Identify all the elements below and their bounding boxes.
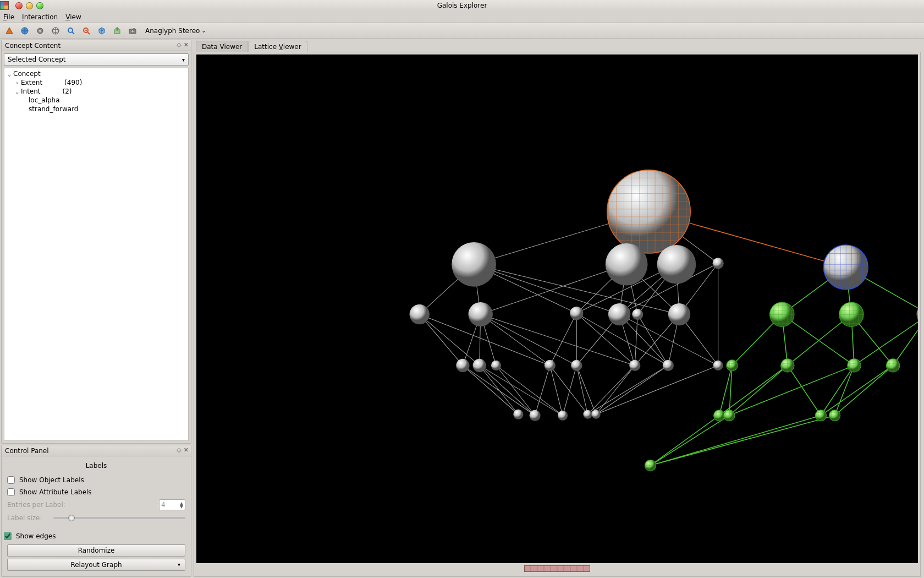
svg-point-111 xyxy=(469,302,493,326)
concept-content-panel: Concept Content ◇ ✕ Selected Concept ▾ ⌄… xyxy=(1,40,191,444)
tool-camera-icon[interactable] xyxy=(127,25,139,37)
svg-point-110 xyxy=(410,304,430,324)
menu-view[interactable]: View xyxy=(65,13,81,21)
tree-collapse-icon[interactable]: ⌄ xyxy=(6,70,13,78)
svg-point-150 xyxy=(829,410,840,421)
svg-line-96 xyxy=(821,366,893,416)
lattice-viewport[interactable] xyxy=(196,54,918,563)
tool-globe-icon[interactable] xyxy=(50,25,62,37)
svg-point-128 xyxy=(663,360,674,371)
svg-point-117 xyxy=(770,302,794,326)
svg-point-142 xyxy=(592,410,601,419)
svg-line-53 xyxy=(635,314,637,366)
selected-concept-dropdown[interactable]: Selected Concept ▾ xyxy=(4,53,189,66)
svg-line-87 xyxy=(893,314,918,366)
tool-cube-icon[interactable] xyxy=(96,25,108,37)
close-window-icon[interactable] xyxy=(15,2,23,9)
svg-line-36 xyxy=(420,314,463,366)
stereo-mode-label: Anaglyph Stereo xyxy=(145,27,200,35)
tree-leaf-loc-alpha[interactable]: loc_alpha xyxy=(29,96,60,104)
chevron-down-icon: ⌄ xyxy=(201,28,206,34)
tree-node-concept[interactable]: Concept xyxy=(13,70,41,78)
tab-data-viewer[interactable]: Data Viewer xyxy=(196,41,248,52)
spinner-arrows-icon[interactable]: ▴▾ xyxy=(180,501,183,508)
panel-close-icon[interactable]: ✕ xyxy=(184,41,189,49)
svg-line-98 xyxy=(651,416,719,466)
svg-point-109 xyxy=(823,245,868,290)
toolbar: Anaglyph Stereo ⌄ xyxy=(0,23,924,39)
chevron-down-icon: ▾ xyxy=(182,57,185,63)
svg-line-24 xyxy=(481,264,626,314)
svg-line-66 xyxy=(550,366,563,416)
svg-line-86 xyxy=(854,314,918,366)
titlebar: Galois Explorer xyxy=(0,0,924,11)
menubar: File Interaction View xyxy=(0,11,924,23)
tool-export-icon[interactable] xyxy=(111,25,123,37)
extent-count: (490) xyxy=(64,79,82,86)
viewport-frame xyxy=(194,52,921,577)
entries-per-label-spinner[interactable]: 4 ▴▾ xyxy=(159,499,185,510)
menu-interaction[interactable]: Interaction xyxy=(22,13,58,21)
panel-close-icon[interactable]: ✕ xyxy=(184,446,189,454)
concept-tree[interactable]: ⌄Concept ›Extent(490) ⌄Intent(2) loc_alp… xyxy=(4,68,189,441)
svg-point-144 xyxy=(714,410,725,421)
randomize-button[interactable]: Randomize xyxy=(7,544,185,557)
tree-node-extent[interactable]: Extent xyxy=(21,79,42,86)
chevron-down-icon: ▾ xyxy=(178,561,180,568)
panel-detach-icon[interactable]: ◇ xyxy=(177,446,181,454)
svg-point-114 xyxy=(632,309,643,320)
show-edges-checkbox[interactable]: Show edges xyxy=(4,530,185,542)
relayout-graph-button[interactable]: Relayout Graph ▾ xyxy=(7,559,185,571)
window-title: Galois Explorer xyxy=(0,2,924,9)
selected-concept-label: Selected Concept xyxy=(8,56,65,63)
svg-line-7 xyxy=(72,32,74,34)
svg-point-127 xyxy=(629,360,640,371)
menu-file[interactable]: File xyxy=(3,13,14,21)
show-object-labels-checkbox[interactable]: Show Object Labels xyxy=(7,474,185,486)
svg-line-91 xyxy=(729,366,788,416)
tool-zoom-reset-icon[interactable] xyxy=(80,25,92,37)
svg-point-137 xyxy=(886,359,899,372)
tree-node-intent[interactable]: Intent xyxy=(21,88,41,95)
svg-line-54 xyxy=(637,314,668,366)
svg-line-93 xyxy=(729,366,854,416)
svg-point-13 xyxy=(131,30,134,32)
tool-gear-icon[interactable] xyxy=(34,25,46,37)
svg-point-129 xyxy=(713,361,723,370)
control-panel: Control Panel ◇ ✕ Labels Show Object Lab… xyxy=(1,445,191,577)
svg-rect-14 xyxy=(133,28,135,29)
svg-point-138 xyxy=(513,410,523,419)
svg-point-133 xyxy=(781,359,794,372)
intent-count: (2) xyxy=(63,88,72,95)
concept-panel-title: Concept Content xyxy=(5,42,61,50)
svg-point-140 xyxy=(558,411,568,421)
svg-point-126 xyxy=(571,360,582,371)
show-object-labels-input[interactable] xyxy=(7,476,15,484)
maximize-window-icon[interactable] xyxy=(36,2,43,9)
svg-point-104 xyxy=(452,242,496,287)
label-size-slider[interactable] xyxy=(53,517,185,519)
tree-collapse-icon[interactable]: ⌄ xyxy=(13,88,21,95)
entries-per-label-text: Entries per Label: xyxy=(7,501,65,509)
svg-point-124 xyxy=(491,361,501,370)
tree-leaf-strand-forward[interactable]: strand_forward xyxy=(29,105,78,113)
stereo-mode-dropdown[interactable]: Anaglyph Stereo ⌄ xyxy=(145,27,206,35)
show-edges-input[interactable] xyxy=(4,532,12,540)
tool-cone-icon[interactable] xyxy=(3,25,15,37)
svg-point-113 xyxy=(608,303,630,325)
tab-lattice-viewer[interactable]: Lattice Viewer xyxy=(248,41,307,52)
minimize-window-icon[interactable] xyxy=(26,2,33,9)
svg-point-6 xyxy=(68,28,73,32)
svg-point-141 xyxy=(583,410,592,419)
svg-line-43 xyxy=(481,314,577,366)
tree-expand-icon[interactable]: › xyxy=(13,79,21,86)
svg-line-97 xyxy=(835,366,893,416)
panel-detach-icon[interactable]: ◇ xyxy=(177,41,181,49)
svg-point-139 xyxy=(530,410,541,421)
lattice-svg[interactable] xyxy=(196,54,918,563)
show-attribute-labels-input[interactable] xyxy=(7,488,15,496)
show-attribute-labels-checkbox[interactable]: Show Attribute Labels xyxy=(7,486,185,498)
tool-zoom-icon[interactable] xyxy=(65,25,77,37)
tool-world-icon[interactable] xyxy=(19,25,31,37)
window-controls xyxy=(11,2,48,9)
